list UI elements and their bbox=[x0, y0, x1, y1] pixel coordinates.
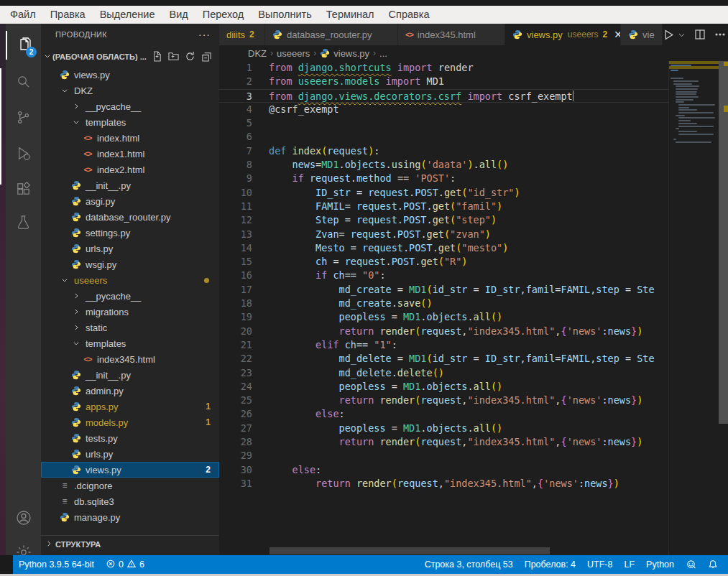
code-line-21[interactable]: 21 elif ch== "1": bbox=[219, 338, 728, 352]
code-line-22[interactable]: 22 md_delete = MD1(id_str = ID_str,famil… bbox=[219, 352, 728, 366]
tree-file-.dcignore[interactable]: ≡.dcignore bbox=[41, 478, 219, 493]
tree-file-index.html[interactable]: <>index.html bbox=[41, 130, 219, 146]
python-interpreter-item[interactable]: Python 3.9.5 64-bit bbox=[13, 555, 100, 574]
code-line-27[interactable]: 27 peopless = MD1.objects.all() bbox=[219, 422, 728, 435]
extensions-activity-icon[interactable] bbox=[6, 175, 41, 203]
tree-file-views.py[interactable]: views.py bbox=[41, 67, 219, 83]
tree-folder-useeers[interactable]: useeers bbox=[41, 272, 219, 288]
menu-item-Файл[interactable]: Файл bbox=[3, 6, 43, 24]
horizontal-scrollbar-thumb[interactable] bbox=[269, 547, 550, 554]
tree-file-views.py[interactable]: views.py2 bbox=[41, 462, 219, 478]
code-line-23[interactable]: 23 md_delete.delete() bbox=[219, 366, 728, 380]
breadcrumb-item[interactable]: useeers bbox=[277, 48, 310, 59]
code-line-28[interactable]: 28 return render(request,"index345.html"… bbox=[219, 435, 728, 449]
minimap[interactable] bbox=[668, 61, 719, 555]
close-icon[interactable]: ✕ bbox=[614, 29, 620, 40]
code-line-16[interactable]: 16 if ch== "0": bbox=[219, 269, 728, 282]
account-activity-icon[interactable] bbox=[6, 503, 41, 532]
tree-folder-templates[interactable]: templates bbox=[41, 114, 219, 130]
code-line-12[interactable]: 12 Step = request.POST.get("step") bbox=[219, 213, 728, 227]
code-line-9[interactable]: 9 if request.method == 'POST': bbox=[219, 172, 728, 185]
tree-file-wsgi.py[interactable]: wsgi.py bbox=[41, 256, 219, 272]
code-line-8[interactable]: 8 news=MD1.objects.using('daata').all() bbox=[219, 158, 728, 172]
testing-activity-icon[interactable] bbox=[6, 208, 41, 236]
code-line-17[interactable]: 17 md_create = MD1(id_str = ID_str,famil… bbox=[219, 283, 728, 297]
code-line-6[interactable]: 6 bbox=[219, 130, 728, 144]
code-editor[interactable]: 1from django.shortcuts import render2fro… bbox=[219, 61, 728, 555]
menu-item-Выполнить[interactable]: Выполнить bbox=[251, 6, 318, 24]
menu-item-Выделение[interactable]: Выделение bbox=[93, 6, 162, 24]
split-editor-icon[interactable] bbox=[694, 29, 706, 40]
workspace-section-header[interactable]: (РАБОЧАЯ ОБЛАСТЬ) ... bbox=[41, 48, 219, 65]
tab-vie[interactable]: vie bbox=[621, 24, 662, 45]
code-line-7[interactable]: 7def index(request): bbox=[219, 144, 728, 158]
problems-item[interactable]: 0 6 bbox=[100, 555, 150, 574]
tree-file-urls.py[interactable]: urls.py bbox=[41, 446, 219, 462]
code-line-1[interactable]: 1from django.shortcuts import render bbox=[219, 61, 728, 75]
tree-file-index345.html[interactable]: <>index345.html bbox=[41, 351, 219, 367]
tree-file-db.sqlite3[interactable]: ≡db.sqlite3 bbox=[41, 493, 219, 509]
tree-file-database_roouter.py[interactable]: database_roouter.py bbox=[41, 209, 219, 225]
tree-file-settings.py[interactable]: settings.py bbox=[41, 225, 219, 241]
code-line-4[interactable]: 4@csrf_exempt bbox=[219, 103, 728, 116]
indentation-item[interactable]: Пробелов: 4 bbox=[519, 559, 581, 570]
tree-file-models.py[interactable]: models.py1 bbox=[41, 414, 219, 430]
code-line-24[interactable]: 24 peopless = MD1.objects.all() bbox=[219, 380, 728, 394]
feedback-icon[interactable] bbox=[680, 559, 702, 570]
run-dropdown-chevron-icon[interactable] bbox=[678, 31, 686, 39]
code-line-3[interactable]: 3from django.views.decorators.csrf impor… bbox=[219, 89, 728, 103]
breadcrumb-item[interactable]: DKZ bbox=[248, 48, 267, 59]
code-line-5[interactable]: 5 bbox=[219, 116, 728, 130]
breadcrumb-item[interactable]: views.py bbox=[333, 48, 369, 59]
menu-item-Правка[interactable]: Правка bbox=[43, 6, 93, 24]
new-folder-icon[interactable] bbox=[168, 51, 179, 63]
language-mode-item[interactable]: Python bbox=[640, 559, 680, 570]
more-actions-icon[interactable] bbox=[714, 29, 726, 40]
tree-file-urls.py[interactable]: urls.py bbox=[41, 241, 219, 256]
refresh-icon[interactable] bbox=[185, 51, 195, 63]
tree-folder-static[interactable]: static bbox=[41, 320, 219, 335]
debug-activity-icon[interactable] bbox=[6, 139, 41, 167]
tree-folder-__pycache__[interactable]: __pycache__ bbox=[41, 288, 219, 304]
notifications-bell-icon[interactable] bbox=[702, 559, 724, 570]
tree-folder-DKZ[interactable]: DKZ bbox=[41, 83, 219, 98]
outline-section-header[interactable]: СТРУКТУРА bbox=[41, 535, 219, 552]
tree-file-apps.py[interactable]: apps.py1 bbox=[41, 399, 219, 414]
tree-file-__init__.py[interactable]: __init__.py bbox=[41, 367, 219, 383]
scm-activity-icon[interactable] bbox=[6, 103, 41, 131]
tree-folder-__pycache__[interactable]: __pycache__ bbox=[41, 98, 219, 114]
code-line-10[interactable]: 10 ID_str = request.POST.get("id_str") bbox=[219, 186, 728, 200]
tree-file-index1.html[interactable]: <>index1.html bbox=[41, 146, 219, 162]
cursor-position-item[interactable]: Строка 3, столбец 53 bbox=[419, 559, 519, 570]
code-line-15[interactable]: 15 ch = request.POST.get("R") bbox=[219, 255, 728, 269]
new-file-icon[interactable] bbox=[152, 51, 162, 63]
tab-diiits[interactable]: diiits2 bbox=[219, 24, 264, 45]
explorer-activity-icon[interactable]: 2 bbox=[6, 31, 41, 60]
tab-views.py[interactable]: views.pyuseeers2✕ bbox=[505, 24, 620, 45]
menu-item-Терминал[interactable]: Терминал bbox=[319, 6, 382, 24]
tab-index345.html[interactable]: <>index345.html bbox=[398, 24, 504, 45]
encoding-item[interactable]: UTF-8 bbox=[581, 559, 618, 570]
vertical-scrollbar-thumb[interactable] bbox=[719, 61, 728, 424]
run-button[interactable] bbox=[663, 29, 675, 41]
code-line-11[interactable]: 11 FAMIL= request.POST.get("famil") bbox=[219, 200, 728, 213]
search-activity-icon[interactable] bbox=[6, 67, 41, 96]
tree-file-admin.py[interactable]: admin.py bbox=[41, 383, 219, 399]
tree-file-manage.py[interactable]: manage.py bbox=[41, 509, 219, 525]
code-line-2[interactable]: 2from useeers.models import MD1 bbox=[219, 75, 728, 88]
tree-file-__init__.py[interactable]: __init__.py bbox=[41, 177, 219, 193]
code-line-19[interactable]: 19 peopless = MD1.objects.all() bbox=[219, 310, 728, 324]
vertical-scrollbar[interactable] bbox=[719, 61, 728, 555]
menu-item-Вид[interactable]: Вид bbox=[162, 6, 195, 24]
code-line-20[interactable]: 20 return render(request,"index345.html"… bbox=[219, 325, 728, 338]
breadcrumb[interactable]: DKZ›useeers›views.py›... bbox=[219, 45, 728, 61]
explorer-more-icon[interactable]: ··· bbox=[198, 29, 211, 40]
code-line-31[interactable]: 31 return render(request,"index345.html"… bbox=[219, 477, 728, 491]
tree-file-tests.py[interactable]: tests.py bbox=[41, 430, 219, 446]
tree-folder-templates[interactable]: templates bbox=[41, 335, 219, 351]
eol-item[interactable]: LF bbox=[618, 559, 640, 570]
code-line-13[interactable]: 13 Zvan= request.POST.get("zvan") bbox=[219, 228, 728, 241]
collapse-all-icon[interactable] bbox=[201, 51, 212, 63]
code-line-30[interactable]: 30 else: bbox=[219, 463, 728, 477]
tree-folder-migrations[interactable]: migrations bbox=[41, 304, 219, 320]
